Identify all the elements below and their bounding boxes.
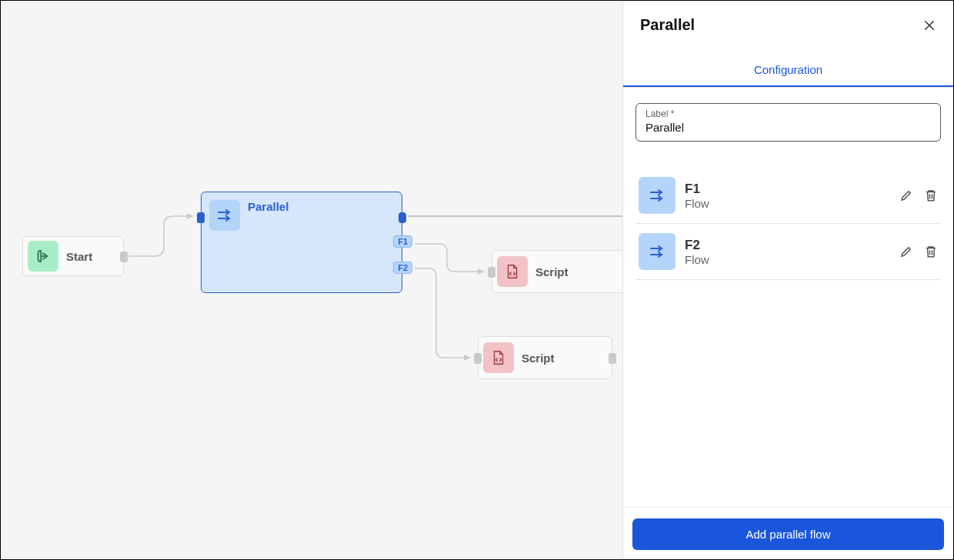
node-script-2-label: Script — [522, 352, 555, 365]
flow-name: F2 — [685, 238, 890, 253]
svg-marker-0 — [187, 213, 193, 219]
port-out-script2[interactable] — [609, 353, 616, 364]
delete-icon[interactable] — [924, 188, 938, 202]
svg-marker-2 — [464, 355, 470, 361]
close-icon[interactable] — [922, 18, 936, 32]
panel-body: Label * F1 Flow — [623, 88, 953, 507]
delete-icon[interactable] — [924, 245, 938, 258]
start-icon — [28, 241, 58, 272]
panel-header: Parallel — [623, 1, 953, 43]
parallel-icon — [209, 200, 240, 231]
port-in-parallel[interactable] — [197, 212, 205, 223]
flow-subtitle: Flow — [685, 197, 890, 210]
port-out-start[interactable] — [120, 252, 128, 262]
edit-icon[interactable] — [899, 245, 913, 258]
node-parallel-label: Parallel — [248, 200, 289, 213]
flow-item-f2[interactable]: F2 Flow — [635, 224, 941, 280]
node-script-2[interactable]: Script — [478, 336, 612, 379]
flow-icon — [639, 233, 675, 270]
config-sidepanel: Parallel Configuration Label * F1 Flow — [622, 1, 953, 560]
flow-item-f1[interactable]: F1 Flow — [635, 168, 941, 224]
node-script-1[interactable]: Script — [492, 250, 626, 293]
node-parallel[interactable]: Parallel F1 F2 — [201, 192, 402, 293]
flow-text: F2 Flow — [685, 238, 890, 266]
node-script-1-label: Script — [535, 265, 569, 278]
edit-icon[interactable] — [899, 188, 913, 202]
add-parallel-flow-button[interactable]: Add parallel flow — [632, 518, 944, 550]
flow-actions — [899, 188, 938, 202]
flow-text: F1 Flow — [685, 182, 890, 210]
node-start[interactable]: Start — [22, 236, 124, 276]
panel-title: Parallel — [640, 16, 695, 34]
node-start-label: Start — [66, 250, 92, 263]
svg-marker-1 — [478, 268, 484, 275]
label-field-label: Label * — [645, 108, 931, 119]
script-icon — [483, 342, 514, 373]
workflow-canvas[interactable]: Start Parallel F1 F2 Script — [1, 1, 624, 560]
port-label-f2[interactable]: F2 — [393, 262, 412, 274]
port-in-script1[interactable] — [488, 267, 495, 278]
flow-subtitle: Flow — [685, 253, 890, 266]
panel-footer: Add parallel flow — [623, 507, 953, 560]
flow-icon — [639, 177, 675, 214]
tab-row: Configuration — [623, 54, 953, 88]
tab-configuration[interactable]: Configuration — [623, 54, 953, 87]
flow-actions — [899, 245, 938, 258]
port-label-f1[interactable]: F1 — [393, 235, 412, 248]
script-icon — [497, 256, 528, 287]
port-out-parallel[interactable] — [399, 212, 406, 223]
label-input[interactable] — [645, 121, 931, 134]
label-input-wrap[interactable]: Label * — [635, 103, 941, 142]
flow-name: F1 — [685, 182, 890, 197]
port-in-script2[interactable] — [474, 353, 482, 364]
